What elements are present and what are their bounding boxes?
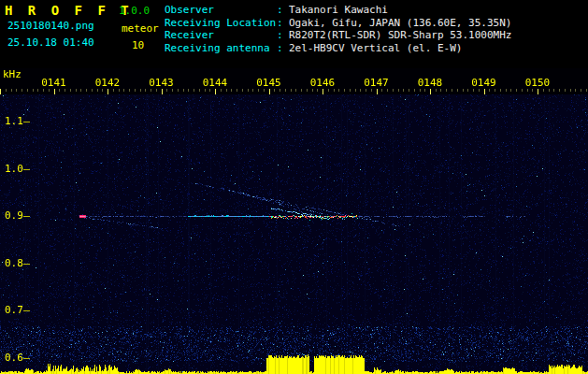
y-tick-label: 1.0 bbox=[5, 164, 23, 174]
info-colon: : bbox=[277, 42, 289, 55]
x-tick-label: 0143 bbox=[141, 77, 182, 89]
info-label: Receiving antenna bbox=[165, 42, 277, 55]
info-row-receiving-antenna: Receiving antenna : 2el-HB9CV Vertical (… bbox=[165, 42, 511, 55]
info-colon: : bbox=[277, 29, 289, 42]
x-tick-label: 0146 bbox=[302, 77, 343, 89]
mode-label: meteor bbox=[122, 23, 159, 34]
output-filename: 2510180140.png bbox=[7, 21, 94, 31]
interval-value: 10 bbox=[132, 40, 144, 50]
hrofft-output-screen: H R O F F T 1.0.0 2510180140.png meteor … bbox=[0, 0, 588, 374]
y-tick-label: 0.6 bbox=[5, 352, 23, 363]
x-tick-label: 0144 bbox=[194, 77, 236, 89]
info-value: 2el-HB9CV Vertical (el. E-W) bbox=[289, 42, 462, 55]
info-label: Receiving Location bbox=[165, 17, 277, 30]
y-axis-unit-label: kHz bbox=[3, 68, 22, 80]
y-tick-label: 0.7 bbox=[5, 305, 23, 315]
info-colon: : bbox=[277, 17, 289, 30]
info-colon: : bbox=[277, 4, 289, 17]
x-tick-label: 0145 bbox=[249, 77, 290, 89]
info-value: R820T2(RTL-SDR) SDR-Sharp 53.1000MHz bbox=[289, 29, 511, 42]
x-tick-label: 0142 bbox=[87, 77, 128, 89]
y-tick-label: 0.9 bbox=[5, 210, 23, 221]
x-tick-label: 0141 bbox=[34, 77, 75, 89]
info-label: Receiver bbox=[165, 29, 277, 42]
spectrogram-canvas bbox=[0, 68, 588, 374]
x-tick-label: 0147 bbox=[356, 77, 397, 89]
x-tick-label: 0150 bbox=[517, 77, 558, 89]
x-tick-label: 0148 bbox=[409, 77, 451, 89]
x-tick-label: 0149 bbox=[464, 77, 505, 89]
info-row-receiving-location: Receiving Location : Ogaki, Gifu, JAPAN … bbox=[165, 17, 511, 30]
app-title: H R O F F T bbox=[5, 3, 133, 18]
info-value: Ogaki, Gifu, JAPAN (136.60E, 35.35N) bbox=[289, 17, 511, 30]
y-tick-label: 1.1 bbox=[5, 116, 23, 126]
info-row-observer: Observer : Takanori Kawachi bbox=[165, 4, 511, 17]
info-row-receiver: Receiver : R820T2(RTL-SDR) SDR-Sharp 53.… bbox=[165, 29, 511, 42]
y-tick-label: 0.8 bbox=[5, 258, 23, 268]
observer-info-block: Observer : Takanori Kawachi Receiving Lo… bbox=[165, 4, 511, 54]
info-value: Takanori Kawachi bbox=[289, 4, 388, 17]
info-label: Observer bbox=[165, 4, 277, 17]
app-version: 1.0.0 bbox=[119, 6, 150, 16]
timestamp: 25.10.18 01:40 bbox=[7, 37, 94, 48]
spectrogram-plot: kHz 014101420143014401450146014701480149… bbox=[0, 68, 588, 374]
